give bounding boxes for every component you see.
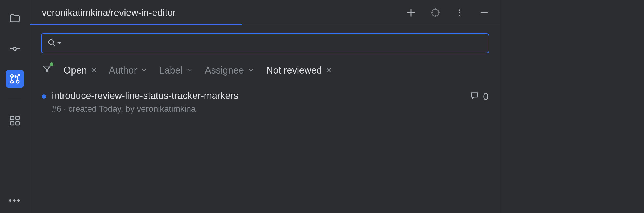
- pr-comments: 0: [470, 91, 488, 103]
- svg-rect-9: [11, 122, 14, 125]
- list-item[interactable]: introduce-review-line-status-tracker-mar…: [42, 90, 488, 114]
- kebab-icon[interactable]: [454, 7, 466, 19]
- chevron-down-icon: [141, 65, 147, 76]
- rail-commit-icon[interactable]: [6, 40, 24, 58]
- filter-chip-author[interactable]: Author: [109, 65, 147, 76]
- svg-point-22: [49, 40, 53, 44]
- tab-title[interactable]: veronikatimkina/review-in-editor: [42, 7, 405, 18]
- search-box[interactable]: [41, 33, 489, 53]
- rail-more-icon[interactable]: •••: [8, 195, 21, 206]
- filter-label: Assignee: [205, 65, 244, 76]
- pull-requests-panel: veronikatimkina/review-in-editor: [30, 0, 500, 213]
- header-actions: [405, 7, 490, 19]
- svg-point-3: [11, 75, 13, 77]
- filter-chip-not-reviewed[interactable]: Not reviewed ✕: [266, 65, 332, 76]
- right-gutter: [500, 0, 644, 213]
- filter-icon[interactable]: [42, 64, 52, 76]
- pr-meta: #6 · created Today, by veronikatimkina: [52, 104, 464, 114]
- search-input[interactable]: [66, 39, 483, 48]
- search-dropdown-icon[interactable]: [57, 41, 61, 46]
- tab-underline: [30, 24, 242, 25]
- svg-point-0: [13, 47, 16, 50]
- rail-project-icon[interactable]: [6, 10, 24, 28]
- chevron-down-icon: [186, 65, 193, 76]
- svg-point-20: [459, 15, 460, 16]
- panel-header: veronikatimkina/review-in-editor: [30, 0, 500, 25]
- filter-label: Author: [109, 65, 137, 76]
- filter-chip-label[interactable]: Label: [159, 65, 193, 76]
- target-icon[interactable]: [430, 7, 441, 19]
- filter-chip-assignee[interactable]: Assignee: [205, 65, 254, 76]
- status-dot: [42, 94, 46, 99]
- rail-pull-requests-icon[interactable]: [6, 70, 24, 88]
- svg-rect-7: [11, 116, 14, 120]
- svg-point-18: [459, 9, 460, 11]
- filter-active-dot: [50, 62, 53, 66]
- rail-apps-icon[interactable]: [6, 112, 24, 130]
- comment-icon: [470, 91, 479, 103]
- svg-rect-8: [16, 116, 19, 120]
- svg-point-13: [432, 9, 439, 16]
- filter-label: Label: [159, 65, 182, 76]
- filter-chip-open[interactable]: Open ✕: [64, 65, 97, 76]
- pr-title: introduce-review-line-status-tracker-mar…: [52, 90, 464, 101]
- nav-rail: •••: [0, 0, 30, 213]
- close-icon[interactable]: ✕: [325, 66, 332, 75]
- svg-point-4: [11, 80, 13, 83]
- svg-line-23: [53, 44, 55, 46]
- minimize-icon[interactable]: [478, 7, 490, 19]
- rail-separator: [8, 99, 21, 99]
- add-icon[interactable]: [405, 7, 417, 19]
- search-icon: [47, 38, 56, 48]
- filter-label: Open: [64, 65, 87, 76]
- svg-rect-10: [16, 122, 19, 125]
- comment-count: 0: [483, 91, 488, 102]
- filter-bar: Open ✕ Author Label Assignee: [30, 53, 500, 76]
- pr-list: introduce-review-line-status-tracker-mar…: [30, 76, 500, 114]
- close-icon[interactable]: ✕: [91, 66, 97, 75]
- svg-point-6: [18, 74, 20, 76]
- filter-label: Not reviewed: [266, 65, 322, 76]
- svg-point-19: [459, 12, 460, 13]
- chevron-down-icon: [248, 65, 254, 76]
